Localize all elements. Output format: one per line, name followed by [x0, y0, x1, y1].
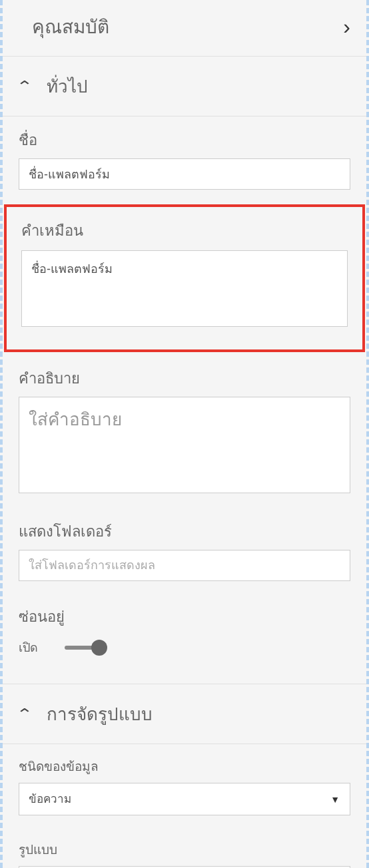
chevron-up-icon: ⌃: [16, 79, 33, 94]
description-input[interactable]: [19, 397, 350, 493]
chevron-up-icon: ⌃: [16, 707, 33, 722]
formatting-section-title: การจัดรูปแบบ: [47, 700, 153, 728]
hidden-toggle[interactable]: [65, 640, 107, 656]
hidden-toggle-row: เปิด: [19, 635, 350, 660]
synonym-input[interactable]: [21, 250, 348, 327]
toggle-thumb: [91, 640, 107, 656]
general-section-header[interactable]: ⌃ ทั่วไป: [3, 57, 366, 116]
name-label: ชื่อ: [19, 128, 350, 152]
name-input[interactable]: [19, 158, 350, 190]
description-label: คำอธิบาย: [19, 367, 350, 390]
general-section-title: ทั่วไป: [47, 73, 88, 100]
properties-panel: คุณสมบัติ › ⌃ ทั่วไป ชื่อ คำเหมือน คำอธิ…: [3, 0, 366, 868]
display-folder-field-group: แสดงโฟลเดอร์: [3, 508, 366, 593]
synonym-highlight-box: คำเหมือน: [4, 204, 365, 352]
display-folder-label: แสดงโฟลเดอร์: [19, 520, 350, 543]
data-type-select-wrapper: ข้อความ ▼: [19, 783, 350, 815]
format-label: รูปแบบ: [19, 839, 350, 859]
data-type-label: ชนิดของข้อมูล: [19, 756, 350, 776]
name-field-group: ชื่อ: [3, 116, 366, 202]
hidden-field-group: ซ่อนอยู่ เปิด: [3, 593, 366, 672]
hidden-label: ซ่อนอยู่: [19, 605, 350, 628]
data-type-select[interactable]: ข้อความ: [19, 783, 350, 815]
formatting-section-header[interactable]: ⌃ การจัดรูปแบบ: [3, 684, 366, 744]
panel-header: คุณสมบัติ ›: [3, 0, 366, 57]
hidden-status: เปิด: [19, 638, 38, 657]
data-type-field-group: ชนิดของข้อมูล ข้อความ ▼: [3, 744, 366, 827]
synonym-label: คำเหมือน: [21, 219, 348, 242]
description-field-group: คำอธิบาย: [3, 355, 366, 508]
format-field-group: รูปแบบ ข้อความ ▼: [3, 827, 366, 868]
chevron-right-icon[interactable]: ›: [343, 16, 350, 37]
display-folder-input[interactable]: [19, 550, 350, 581]
panel-title: คุณสมบัติ: [32, 12, 109, 41]
